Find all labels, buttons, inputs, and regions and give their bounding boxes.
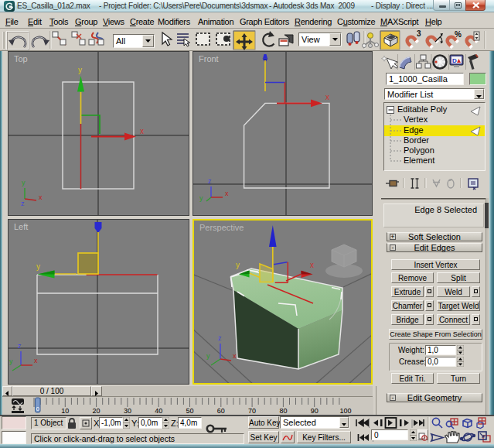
svg-text:3: 3	[417, 29, 421, 38]
svg-text:z: z	[208, 177, 212, 185]
svg-text:y: y	[236, 261, 240, 269]
svg-text:y: y	[199, 194, 203, 202]
svg-text:z: z	[21, 200, 25, 207]
svg-text:z: z	[218, 334, 222, 342]
svg-text:y: y	[22, 179, 26, 186]
svg-text:50: 50	[186, 407, 193, 415]
svg-text:40: 40	[155, 407, 162, 415]
svg-text:x: x	[225, 190, 229, 197]
svg-text:20: 20	[93, 407, 101, 415]
svg-text:x: x	[310, 261, 314, 269]
svg-text:y: y	[9, 357, 13, 365]
svg-text:60: 60	[217, 407, 225, 415]
svg-text:%: %	[455, 30, 462, 39]
svg-text:10: 10	[61, 407, 69, 415]
svg-text:x: x	[34, 357, 38, 364]
svg-text:0: 0	[36, 405, 40, 412]
svg-text:x: x	[140, 127, 144, 135]
svg-text:x: x	[39, 193, 43, 201]
svg-text:z: z	[18, 342, 22, 350]
svg-text:D: D	[452, 57, 457, 64]
svg-text:y: y	[36, 262, 40, 271]
svg-text:100: 100	[339, 407, 351, 415]
svg-text:x: x	[325, 93, 329, 101]
svg-text:90: 90	[311, 407, 319, 415]
svg-text:y: y	[206, 352, 210, 360]
svg-text:y: y	[78, 66, 82, 74]
svg-text:80: 80	[279, 407, 287, 415]
svg-text:30: 30	[124, 407, 131, 415]
svg-text:x: x	[233, 352, 237, 360]
svg-text:70: 70	[248, 407, 256, 415]
